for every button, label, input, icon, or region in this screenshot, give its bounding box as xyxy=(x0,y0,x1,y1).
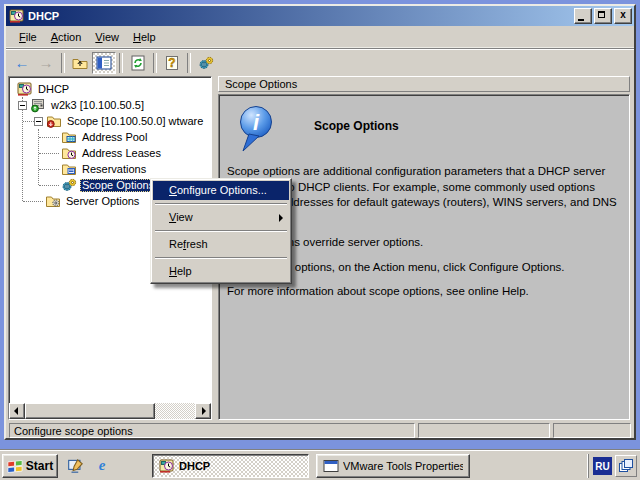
title-bar[interactable]: DHCP x xyxy=(6,6,634,26)
menu-item-view[interactable]: View xyxy=(153,208,289,227)
vmware-tools-tray-icon[interactable] xyxy=(615,455,637,477)
svg-text:?: ? xyxy=(168,56,175,70)
minimize-icon xyxy=(578,19,584,21)
tree-item-dhcp-root[interactable]: DHCP xyxy=(9,81,211,97)
svg-text:i: i xyxy=(253,110,260,135)
forward-button[interactable]: → xyxy=(34,52,58,74)
scope-options-gears-icon xyxy=(61,177,77,193)
maximize-button[interactable] xyxy=(594,8,612,24)
up-one-level-button[interactable] xyxy=(68,52,92,74)
start-button[interactable]: Start xyxy=(2,454,58,478)
task-label: DHCP xyxy=(179,460,210,472)
scrollbar-track[interactable] xyxy=(155,403,195,419)
menu-item-configure-options[interactable]: Configure Options... xyxy=(153,181,289,200)
minimize-button[interactable] xyxy=(574,8,592,24)
address-pool-icon xyxy=(61,129,77,145)
reservations-icon xyxy=(61,161,77,177)
internet-explorer-button[interactable]: e xyxy=(92,456,112,476)
back-button[interactable]: ← xyxy=(10,52,34,74)
dhcp-task-icon xyxy=(159,458,175,474)
toolbar-separator xyxy=(153,53,157,73)
taskbar: Start e DHCP VMware Tools Properties RU xyxy=(0,450,640,480)
toolbar-separator xyxy=(61,53,65,73)
tree-item-address-pool[interactable]: Address Pool xyxy=(9,129,211,145)
start-label: Start xyxy=(26,459,53,473)
menu-item-refresh[interactable]: Refresh xyxy=(153,235,289,254)
maximize-icon xyxy=(598,11,605,18)
menu-separator xyxy=(155,257,287,259)
status-pane-3 xyxy=(553,423,631,438)
refresh-icon xyxy=(130,55,146,71)
tree-label: Address Leases xyxy=(80,147,163,160)
close-icon: x xyxy=(615,9,631,23)
scroll-left-button[interactable] xyxy=(9,403,25,419)
forward-arrow-icon: → xyxy=(39,55,54,71)
info-balloon-icon: i xyxy=(236,105,276,153)
menu-bar: File Action View Help xyxy=(6,26,634,48)
internet-explorer-icon: e xyxy=(99,457,106,474)
gears-icon xyxy=(198,55,214,71)
task-button-vmware-tools[interactable]: VMware Tools Properties xyxy=(316,454,470,478)
main-area: DHCP w2k3 [10.100.50.5] Scope [10.100.50… xyxy=(6,76,634,420)
window-title: DHCP xyxy=(28,10,572,22)
menu-separator xyxy=(155,203,287,205)
system-tray: RU xyxy=(588,454,637,478)
server-icon xyxy=(30,97,46,113)
up-folder-icon xyxy=(72,55,88,71)
configure-options-toolbar-button[interactable] xyxy=(194,52,218,74)
menu-view[interactable]: View xyxy=(88,28,126,46)
help-icon: ? xyxy=(164,55,180,71)
collapse-expander-icon[interactable] xyxy=(18,101,27,110)
tree-item-scope[interactable]: Scope [10.100.50.0] wtware xyxy=(9,113,211,129)
refresh-button[interactable] xyxy=(126,52,150,74)
scroll-left-icon xyxy=(14,407,18,415)
tree-label: Address Pool xyxy=(80,131,149,144)
task-button-dhcp[interactable]: DHCP xyxy=(152,454,309,478)
result-pane-header: Scope Options xyxy=(218,76,630,92)
task-buttons: DHCP VMware Tools Properties xyxy=(152,454,470,478)
console-tree-icon xyxy=(96,55,112,71)
tree-item-reservations[interactable]: Reservations xyxy=(9,161,211,177)
quick-launch: e xyxy=(66,456,112,476)
dhcp-console-icon xyxy=(17,81,33,97)
dhcp-app-icon xyxy=(9,8,25,24)
language-indicator[interactable]: RU xyxy=(593,457,612,475)
address-leases-icon xyxy=(61,145,77,161)
menu-file[interactable]: File xyxy=(12,28,44,46)
taskpad-head: i Scope Options xyxy=(236,103,629,155)
tree-item-address-leases[interactable]: Address Leases xyxy=(9,145,211,161)
scope-folder-icon xyxy=(46,113,62,129)
toolbar: ← → ? xyxy=(6,48,634,76)
show-desktop-button[interactable] xyxy=(66,456,86,476)
tree-item-server[interactable]: w2k3 [10.100.50.5] xyxy=(9,97,211,113)
scrollbar-thumb[interactable] xyxy=(25,403,155,419)
help-button[interactable]: ? xyxy=(160,52,184,74)
tree-label: w2k3 [10.100.50.5] xyxy=(49,99,146,112)
collapse-expander-icon[interactable] xyxy=(34,117,43,126)
submenu-arrow-icon xyxy=(279,214,283,222)
windows-logo-icon xyxy=(7,459,23,473)
menu-separator xyxy=(155,230,287,232)
toolbar-separator xyxy=(119,53,123,73)
back-arrow-icon: ← xyxy=(15,55,30,71)
close-button[interactable]: x xyxy=(614,8,632,24)
tree-horizontal-scrollbar[interactable] xyxy=(9,403,211,419)
tree-label-selected: Scope Options xyxy=(80,179,156,192)
taskpad-title: Scope Options xyxy=(314,119,399,133)
server-options-icon xyxy=(45,193,61,209)
status-bar: Configure scope options xyxy=(6,420,634,440)
menu-item-help[interactable]: Help xyxy=(153,262,289,281)
menu-help[interactable]: Help xyxy=(126,28,163,46)
scroll-right-icon xyxy=(202,407,206,415)
toolbar-separator xyxy=(187,53,191,73)
tree-label: Scope [10.100.50.0] wtware xyxy=(65,115,205,128)
menu-action[interactable]: Action xyxy=(44,28,89,46)
show-console-tree-button[interactable] xyxy=(92,52,116,74)
context-menu: Configure Options... View Refresh Help xyxy=(150,178,292,284)
task-label: VMware Tools Properties xyxy=(343,460,463,472)
scroll-right-button[interactable] xyxy=(195,403,211,419)
window-icon xyxy=(323,458,339,474)
taskpad-paragraph: For more information about scope options… xyxy=(227,284,619,300)
desktop: DHCP x File Action View Help ← → ? xyxy=(0,0,640,480)
status-pane-2 xyxy=(418,423,550,438)
